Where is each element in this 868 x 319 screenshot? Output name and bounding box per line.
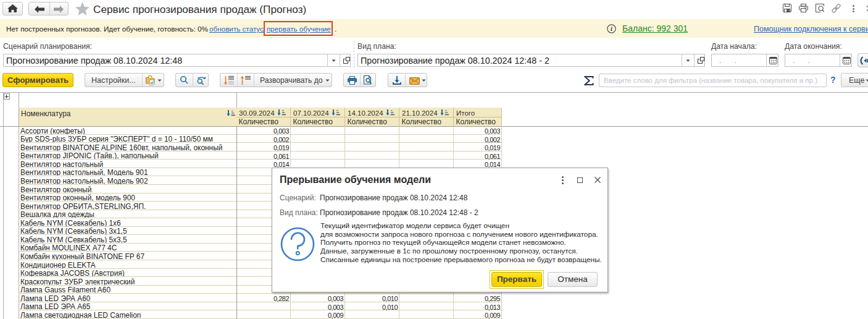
svg-text:i: i	[611, 25, 612, 32]
